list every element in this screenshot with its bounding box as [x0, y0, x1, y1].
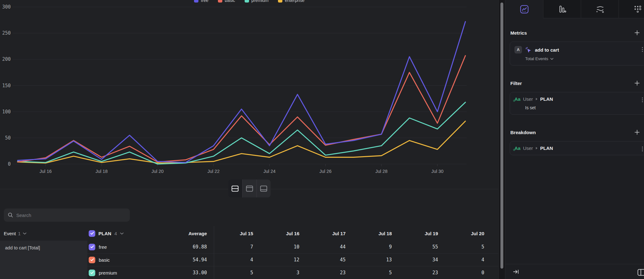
tab-bar-chart-view[interactable] — [543, 0, 581, 18]
svg-text:Jul 24: Jul 24 — [264, 169, 276, 174]
flow-icon — [596, 5, 604, 13]
measure-label: Total Events — [525, 56, 548, 61]
svg-text:100: 100 — [2, 109, 11, 115]
cell-value: 5 — [353, 270, 399, 276]
cell-value: 55 — [399, 244, 445, 250]
series-checkbox-premium[interactable] — [89, 270, 95, 276]
event-header-label: Event — [4, 231, 16, 236]
layout-toggle-band — [0, 177, 498, 202]
add-filter-button[interactable] — [633, 79, 641, 87]
measure-dropdown[interactable]: Total Events — [525, 56, 642, 61]
vertical-scrollbar[interactable] — [498, 0, 505, 279]
filter-kebab-menu[interactable] — [641, 97, 644, 104]
cell-value: 5 — [445, 244, 491, 250]
cell-value: 34 — [399, 257, 445, 263]
cell-value: 23 — [399, 270, 445, 276]
kebab-icon — [642, 146, 643, 151]
scrollbar-thumb[interactable] — [501, 3, 503, 269]
svg-text:300: 300 — [2, 4, 11, 10]
event-group-cell[interactable]: add to cart [Total] — [0, 241, 87, 279]
plus-icon — [634, 30, 640, 36]
cell-value: 9 — [353, 244, 399, 250]
cell-value: 3 — [260, 270, 306, 276]
svg-text:250: 250 — [2, 30, 11, 36]
cell-value: 5 — [214, 266, 260, 279]
filter-operator[interactable]: Is set — [525, 105, 642, 110]
average-value: 69.88 — [164, 244, 214, 250]
series-checkbox-free[interactable] — [89, 244, 95, 250]
metric-event-name[interactable]: add to cart — [535, 47, 559, 53]
date-column-header: Jul 15 — [214, 226, 260, 241]
filter-property[interactable]: PLAN — [540, 96, 553, 102]
legend-item-free[interactable]: free — [194, 0, 208, 3]
filter-card[interactable]: Aa User PLAN Is set — [510, 92, 644, 115]
sidebar-footer — [505, 264, 644, 279]
date-column-header: Jul 16 — [260, 231, 306, 236]
chart-legend: freebasicpremiumenterprise — [0, 0, 498, 3]
tab-line-chart-view[interactable] — [505, 0, 543, 19]
svg-text:Jul 30: Jul 30 — [431, 169, 444, 174]
layout-toggle-group — [228, 179, 270, 197]
panel-icon — [637, 269, 644, 276]
cell-value: 13 — [353, 257, 399, 263]
breakdown-property[interactable]: PLAN — [540, 145, 553, 151]
collapse-right-icon — [513, 269, 519, 275]
plan-column-header[interactable]: PLAN 4 — [87, 230, 164, 237]
metrics-title: Metrics — [510, 30, 527, 36]
search-icon — [8, 212, 13, 218]
tab-flow-view[interactable] — [581, 0, 619, 18]
metrics-section-header: Metrics — [510, 29, 641, 37]
table-rows: free69.88710449555basic54.944124513344pr… — [87, 241, 498, 279]
filter-title: Filter — [510, 81, 522, 86]
legend-chip — [194, 0, 198, 3]
legend-item-basic[interactable]: basic — [218, 0, 235, 3]
metric-card[interactable]: A add to cart Total Events — [510, 42, 644, 65]
breakdown-kebab-menu[interactable] — [641, 146, 644, 153]
table-row-basic: basic54.944124513344 — [87, 253, 498, 266]
split-equal-icon — [231, 185, 239, 192]
search-box[interactable] — [4, 208, 130, 222]
legend-chip — [278, 0, 282, 3]
average-value: 54.94 — [164, 257, 214, 263]
legend-item-premium[interactable]: premium — [245, 0, 269, 3]
breakdown-card[interactable]: Aa User PLAN — [510, 141, 644, 155]
kebab-icon — [642, 97, 643, 102]
plan-select-all-checkbox[interactable] — [89, 230, 95, 237]
check-icon — [90, 271, 94, 274]
chart-focus-icon — [246, 185, 253, 192]
table-row-free: free69.88710449555 — [87, 241, 498, 253]
cell-value: 44 — [306, 244, 353, 250]
cell-value: 0 — [445, 270, 491, 276]
layout-table-focus-button[interactable] — [256, 179, 270, 197]
panel-layout-button[interactable] — [637, 268, 644, 276]
layout-split-equal-button[interactable] — [228, 179, 242, 197]
search-input[interactable] — [16, 213, 126, 218]
series-checkbox-basic[interactable] — [89, 257, 95, 263]
add-metric-button[interactable] — [633, 29, 641, 37]
event-count: 1 — [18, 231, 20, 236]
average-column-header: Average — [164, 231, 214, 236]
event-column-header[interactable]: Event 1 — [0, 231, 87, 236]
event-click-icon — [525, 47, 532, 53]
svg-text:Jul 26: Jul 26 — [319, 169, 332, 174]
collapse-sidebar-button[interactable] — [512, 268, 520, 275]
series-name: free — [99, 244, 107, 250]
chart-canvas[interactable]: 050100150200250300Jul 16Jul 18Jul 20Jul … — [0, 0, 498, 177]
table-focus-icon — [260, 185, 267, 192]
metric-kebab-menu[interactable] — [641, 46, 644, 54]
svg-text:Jul 18: Jul 18 — [96, 169, 108, 174]
add-breakdown-button[interactable] — [633, 128, 641, 136]
svg-text:Jul 28: Jul 28 — [375, 169, 388, 174]
date-column-header: Jul 20 — [445, 231, 491, 236]
analytics-app: freebasicpremiumenterprise 0501001502002… — [0, 0, 644, 279]
cell-value: 12 — [260, 257, 306, 263]
legend-item-enterprise[interactable]: enterprise — [278, 0, 304, 3]
chevron-down-icon — [550, 58, 553, 60]
chevron-right-icon — [536, 147, 538, 150]
grid-dots-icon — [634, 5, 642, 13]
breakdown-section-header: Breakdown — [510, 128, 641, 136]
chevron-down-icon — [120, 232, 124, 235]
tab-grid-view[interactable] — [619, 0, 644, 18]
layout-chart-focus-button[interactable] — [242, 179, 256, 197]
svg-text:Jul 16: Jul 16 — [40, 169, 52, 174]
